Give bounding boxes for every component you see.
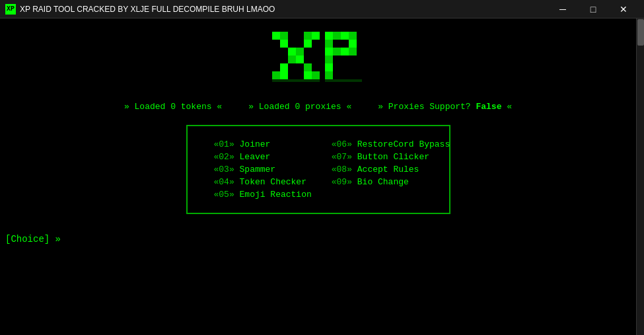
svg-rect-10 bbox=[280, 63, 288, 71]
menu-item-07[interactable]: «07» Button Clicker bbox=[332, 152, 450, 162]
svg-rect-21 bbox=[349, 40, 357, 48]
svg-rect-25 bbox=[349, 48, 357, 56]
svg-rect-18 bbox=[341, 32, 349, 40]
svg-rect-2 bbox=[304, 32, 312, 40]
title-bar: XP XP RAID TOOL CRACKED BY XLJE FULL DEC… bbox=[0, 0, 644, 19]
menu-item-01[interactable]: «01» Joiner bbox=[214, 139, 312, 149]
menu-item-06[interactable]: «06» RestoreCord Bypass bbox=[332, 139, 450, 149]
menu-item-09[interactable]: «09» Bio Change bbox=[332, 177, 450, 187]
xp-logo bbox=[272, 32, 365, 91]
choice-prompt[interactable]: [Choice] » bbox=[5, 234, 61, 244]
window-controls: ─ □ ✕ bbox=[548, 0, 639, 19]
svg-rect-20 bbox=[325, 40, 333, 48]
title-bar-left: XP XP RAID TOOL CRACKED BY XLJE FULL DEC… bbox=[5, 4, 275, 15]
svg-rect-11 bbox=[304, 63, 312, 71]
svg-rect-30 bbox=[325, 79, 362, 82]
svg-rect-19 bbox=[349, 32, 357, 40]
scrollbar[interactable] bbox=[636, 19, 644, 335]
svg-rect-13 bbox=[280, 71, 288, 79]
svg-rect-29 bbox=[272, 79, 320, 82]
tokens-stat: » Loaded 0 tokens « bbox=[124, 102, 222, 112]
svg-rect-22 bbox=[325, 48, 333, 56]
svg-rect-3 bbox=[312, 32, 320, 40]
minimize-button[interactable]: ─ bbox=[548, 0, 578, 19]
main-area: » Loaded 0 tokens « » Loaded 0 proxies «… bbox=[0, 19, 644, 335]
svg-rect-5 bbox=[304, 40, 312, 48]
scrollbar-thumb[interactable] bbox=[637, 19, 644, 46]
svg-rect-26 bbox=[325, 56, 333, 63]
menu-grid: «01» Joiner «06» RestoreCord Bypass «02»… bbox=[214, 139, 423, 200]
app-icon: XP bbox=[5, 4, 16, 15]
svg-rect-8 bbox=[288, 56, 296, 63]
svg-rect-4 bbox=[280, 40, 288, 48]
menu-item-08[interactable]: «08» Accept Rules bbox=[332, 165, 450, 174]
svg-rect-9 bbox=[296, 56, 304, 63]
content-area: » Loaded 0 tokens « » Loaded 0 proxies «… bbox=[0, 19, 636, 335]
menu-item-05[interactable]: «05» Emoji Reaction bbox=[214, 190, 312, 200]
svg-rect-14 bbox=[304, 71, 312, 79]
menu-box: «01» Joiner «06» RestoreCord Bypass «02»… bbox=[186, 125, 450, 214]
stats-line: » Loaded 0 tokens « » Loaded 0 proxies «… bbox=[124, 102, 512, 112]
svg-rect-27 bbox=[325, 63, 333, 71]
menu-item-03[interactable]: «03» Spammer bbox=[214, 165, 312, 174]
menu-item-02[interactable]: «02» Leaver bbox=[214, 152, 312, 162]
close-button[interactable]: ✕ bbox=[608, 0, 639, 19]
xp-logo-svg bbox=[272, 32, 365, 91]
maximize-button[interactable]: □ bbox=[578, 0, 608, 19]
svg-rect-7 bbox=[296, 48, 304, 56]
proxies-stat: » Loaded 0 proxies « bbox=[248, 102, 351, 112]
svg-rect-15 bbox=[312, 71, 320, 79]
proxies-support-stat: » Proxies Support? False « bbox=[378, 102, 512, 112]
svg-rect-6 bbox=[288, 48, 296, 56]
svg-rect-1 bbox=[280, 32, 288, 40]
svg-rect-12 bbox=[272, 71, 280, 79]
svg-rect-23 bbox=[333, 48, 341, 56]
menu-item-04[interactable]: «04» Token Checker bbox=[214, 177, 312, 187]
svg-rect-28 bbox=[325, 71, 333, 79]
svg-rect-24 bbox=[341, 48, 349, 56]
svg-rect-0 bbox=[272, 32, 280, 40]
svg-rect-16 bbox=[325, 32, 333, 40]
svg-rect-17 bbox=[333, 32, 341, 40]
window-title: XP RAID TOOL CRACKED BY XLJE FULL DECOMP… bbox=[20, 5, 275, 14]
